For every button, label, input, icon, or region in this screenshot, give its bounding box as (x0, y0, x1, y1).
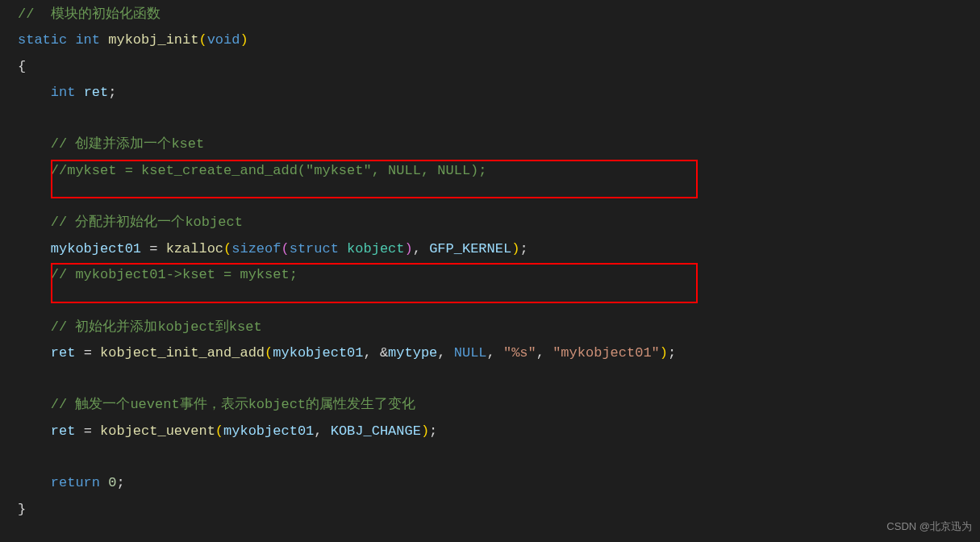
paren: ) (421, 423, 429, 439)
code-line: //mykset = kset_create_and_add("mykset",… (0, 158, 980, 184)
function-name: mykobj_init (108, 32, 198, 48)
close-brace: } (18, 502, 26, 517)
code-line: static int mykobj_init(void) (0, 27, 980, 53)
paren: ) (405, 241, 413, 256)
code-line: return 0; (0, 470, 980, 496)
code-editor-view: // 模块的初始化函数 static int mykobj_init(void)… (0, 0, 980, 523)
func-kobject-uevent: kobject_uevent (100, 423, 215, 439)
semicolon: ; (108, 85, 116, 100)
type-int: int (51, 85, 76, 100)
arg: mykobject01 (273, 345, 363, 361)
comment-text: // 创建并添加一个kset (51, 136, 204, 152)
struct: struct (290, 241, 339, 256)
type-int: int (75, 32, 100, 48)
semicolon: ; (519, 241, 528, 256)
paren: ) (240, 32, 248, 48)
equals: = (149, 241, 157, 256)
keyword-static: static (18, 32, 67, 48)
code-line: // 模块的初始化函数 (0, 2, 980, 27)
code-line-empty (0, 184, 980, 210)
comma: , (413, 241, 421, 256)
code-line: // 创建并添加一个kset (0, 131, 980, 157)
code-line: { (0, 54, 980, 80)
comma: , (487, 345, 495, 361)
code-line: ret = kobject_uevent(mykobject01, KOBJ_C… (0, 419, 980, 444)
gfp-kernel: GFP_KERNEL (429, 241, 511, 256)
arg: KOBJ_CHANGE (331, 423, 421, 439)
comma: , (314, 423, 322, 439)
var-ret: ret (51, 345, 76, 361)
equals: = (84, 423, 92, 439)
kobject: kobject (347, 241, 404, 256)
code-line: // 触发一个uevent事件，表示kobject的属性发生了变化 (0, 392, 980, 418)
comment-text: // 模块的初始化函数 (18, 6, 161, 22)
comment-text: // 触发一个uevent事件，表示kobject的属性发生了变化 (51, 397, 415, 412)
sizeof: sizeof (231, 241, 281, 256)
code-line: int ret; (0, 80, 980, 106)
amp: & (380, 345, 388, 361)
comma: , (437, 345, 445, 361)
func-kobject-init: kobject_init_and_add (100, 345, 265, 361)
var-mykobject01: mykobject01 (51, 241, 141, 256)
number-zero: 0 (108, 475, 116, 490)
arg: mykobject01 (223, 423, 314, 439)
keyword-return: return (51, 475, 100, 490)
code-line-empty (0, 288, 980, 314)
paren: ( (223, 241, 231, 256)
semicolon: ; (116, 475, 124, 490)
var-ret: ret (51, 423, 76, 439)
code-line-empty (0, 106, 980, 131)
string-name: "mykobject01" (553, 345, 660, 361)
paren: ) (511, 241, 519, 256)
comment-text: // mykobject01->kset = mykset; (51, 267, 298, 282)
semicolon: ; (668, 345, 676, 361)
keyword-void: void (207, 32, 240, 48)
paren: ( (265, 345, 273, 361)
comment-text: //mykset = kset_create_and_add("mykset",… (51, 163, 487, 178)
comma: , (536, 345, 544, 361)
paren: ) (660, 345, 668, 361)
code-line-empty (0, 444, 980, 470)
equals: = (84, 345, 92, 361)
string-fmt: "%s" (503, 345, 536, 361)
var-ret: ret (84, 85, 109, 100)
null: NULL (454, 345, 487, 361)
code-line: } (0, 497, 980, 523)
func-kzalloc: kzalloc (166, 241, 223, 256)
comment-text: // 初始化并添加kobject到kset (51, 319, 262, 335)
code-line: // 分配并初始化一个kobject (0, 210, 980, 236)
code-line-empty (0, 366, 980, 392)
comma: , (364, 345, 372, 361)
code-line: ret = kobject_init_and_add(mykobject01, … (0, 340, 980, 366)
paren: ( (198, 32, 206, 48)
paren: ( (215, 423, 223, 439)
comment-text: // 分配并初始化一个kobject (51, 215, 243, 230)
arg: mytype (388, 345, 437, 361)
paren: ( (281, 241, 289, 256)
code-line: mykobject01 = kzalloc(sizeof(struct kobj… (0, 236, 980, 262)
code-line: // mykobject01->kset = mykset; (0, 262, 980, 288)
semicolon: ; (429, 423, 437, 439)
open-brace: { (18, 59, 26, 74)
watermark-text: CSDN @北京迅为 (886, 517, 972, 537)
code-line: // 初始化并添加kobject到kset (0, 315, 980, 340)
